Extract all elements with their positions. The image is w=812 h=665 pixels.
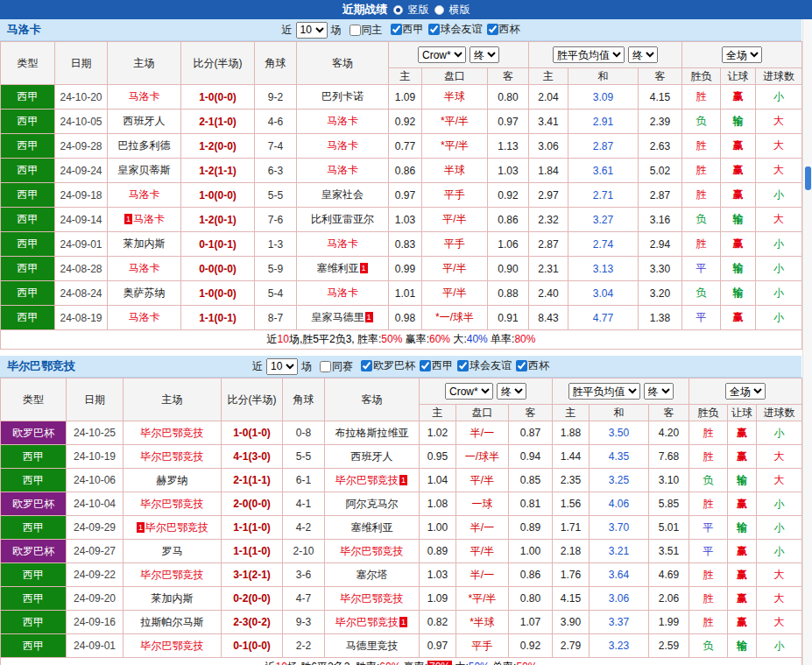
league-filter[interactable]: 西甲 [391,22,424,37]
scrollbar-thumb[interactable] [805,166,811,190]
league-filter-checkbox[interactable] [428,24,440,35]
corners-cell: 6-1 [283,469,325,492]
league-filters: 欧罗巴杯西甲球会友谊西杯 [357,358,549,374]
league-filter-checkbox[interactable] [361,360,372,371]
home-team-cell: 拉斯帕尔马斯 [124,611,222,634]
league-filter[interactable]: 西杯 [516,358,549,373]
same-checkbox[interactable] [350,25,361,36]
result-cell: 胜 [682,134,721,159]
goals-cell: 小 [757,634,802,658]
asia-away-odds-cell: 0.80 [509,587,553,611]
league-filter-checkbox[interactable] [516,360,527,371]
asia-handicap-cell: *半球 [456,611,509,634]
summary-segment: 赢率: [400,661,427,665]
summary-segment: 60% [429,333,450,345]
asia-handicap-cell: 半/一 [456,516,509,540]
page-title: 近期战绩 [342,2,388,18]
handicap-result-cell: 输 [728,469,757,492]
team-name-text: 皇家马德里 [312,311,364,323]
league-filter[interactable]: 西甲 [420,358,453,373]
scrollbar-track[interactable] [802,19,812,665]
away-team-cell: 毕尔巴鄂竞技1 [325,611,420,634]
red-card-badge: 1 [137,522,145,533]
match-row: 西甲24-09-16拉斯帕尔马斯2-3(0-2)9-3毕尔巴鄂竞技10.82*半… [1,611,802,634]
league-type-cell: 西甲 [1,563,67,587]
date-cell: 24-09-01 [55,232,108,257]
league-filter-checkbox[interactable] [391,24,402,35]
europe-final-select[interactable]: 终 [628,46,658,63]
same-filter[interactable]: 同赛 [320,359,353,374]
scope-group-header: 全场 [682,42,802,68]
radio-horizontal[interactable] [434,5,444,15]
radio-vertical[interactable] [393,5,403,15]
same-checkbox[interactable] [320,361,331,372]
team-name-text: 马洛卡 [327,139,358,152]
team-name-text: 巴拉多利德 [118,139,171,152]
europe-final-select[interactable]: 终 [644,383,674,400]
euro-home-odds-cell: 8.43 [529,306,568,330]
league-type-cell: 西甲 [1,469,67,492]
col-header-type: 类型 [1,42,55,85]
euro-away-odds-cell: 3.30 [639,257,682,281]
euro-draw-odds-cell: 3.13 [568,257,639,281]
league-type-cell: 欧罗巴杯 [1,540,67,563]
date-cell: 24-09-28 [55,134,108,159]
bookmaker-select[interactable]: Crow* [445,383,493,400]
date-cell: 24-09-18 [55,183,108,208]
euro-home-odds-cell: 2.87 [529,232,568,257]
euro-draw-odds-cell: 2.74 [568,232,639,257]
corners-cell: 3-6 [283,563,325,587]
asia-final-select[interactable]: 终 [497,383,526,400]
scope-select[interactable]: 全场 [722,46,762,63]
asia-home-odds-cell: 0.82 [420,611,456,634]
bookmaker-select[interactable]: Crow* [418,46,466,63]
asia-handicap-cell: 平/半 [422,281,488,306]
league-type-cell: 西甲 [1,611,67,634]
scope-select[interactable]: 全场 [725,383,766,400]
league-filter[interactable]: 欧罗巴杯 [361,358,415,373]
radio-horizontal-label[interactable]: 横版 [449,3,470,18]
asia-away-odds-cell: 0.92 [488,183,529,208]
date-cell: 24-09-24 [55,159,108,183]
league-filter-checkbox[interactable] [420,360,431,371]
league-filter-checkbox[interactable] [487,24,498,35]
asia-final-select[interactable]: 终 [470,46,499,63]
subheader-euro-home: 主 [553,405,590,421]
league-filter[interactable]: 球会友谊 [457,358,512,373]
league-filter[interactable]: 西杯 [487,22,520,37]
summary-segment: 10 [276,661,287,665]
radio-vertical-label[interactable]: 竖版 [408,3,429,18]
asia-handicap-cell: 一球 [456,492,509,516]
asia-away-odds-cell: 0.97 [488,110,529,134]
europe-avg-select[interactable]: 胜平负均值 [568,383,640,400]
league-filter-checkbox[interactable] [457,360,469,371]
league-filter[interactable]: 球会友谊 [428,22,483,37]
date-cell: 24-09-16 [67,611,124,634]
result-cell: 胜 [682,159,721,183]
team-name: 毕尔巴鄂竞技 [7,358,75,374]
date-cell: 24-10-06 [67,469,124,492]
asia-home-odds-cell: 0.83 [389,232,422,257]
away-team-cell: 马洛卡 [297,110,389,134]
recent-count-select[interactable]: 10 [266,358,298,375]
match-row: 西甲24-10-06赫罗纳2-1(1-1)6-1毕尔巴鄂竞技11.04平/半0.… [1,469,802,492]
goals-cell: 小 [756,232,802,257]
away-team-cell: 布拉格斯拉维亚 [325,421,420,445]
subheader-euro-away: 客 [649,405,689,421]
league-type-cell: 欧罗巴杯 [1,492,67,516]
handicap-result-cell: 赢 [721,159,756,183]
date-cell: 24-10-05 [55,110,108,134]
team-name-text: 马洛卡 [129,262,160,274]
europe-avg-select[interactable]: 胜平负均值 [553,46,625,63]
team-name-text: 皇家贝蒂斯 [118,164,171,176]
subheader-euro-draw: 和 [568,68,639,85]
euro-draw-odds-cell: 3.25 [590,469,649,492]
section-gap [0,350,801,356]
handicap-result-cell: 赢 [728,540,757,563]
same-filter[interactable]: 同主 [350,23,383,38]
recent-count-select[interactable]: 10 [296,22,328,39]
red-card-badge: 1 [399,475,407,485]
red-card-badge: 1 [399,617,407,627]
handicap-result-cell: 赢 [721,85,756,110]
euro-home-odds-cell: 1.88 [553,421,590,445]
